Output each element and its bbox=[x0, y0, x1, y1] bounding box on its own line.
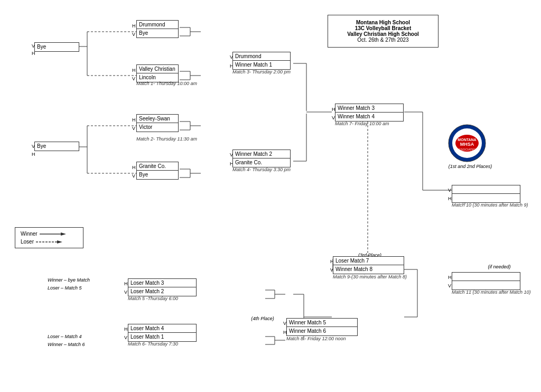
bye1-team: Bye bbox=[137, 29, 178, 38]
match1-bot-box: Valley Christian Lincoln bbox=[136, 64, 179, 82]
match3-top: Drummond bbox=[233, 52, 290, 61]
seeley-swan-team: Seeley-Swan bbox=[137, 115, 178, 123]
match7-label: Match 7- Friday 10:00 am bbox=[335, 121, 389, 126]
match2-label: Match 2- Thursday 11:30 am bbox=[136, 136, 197, 142]
seed-h14: H bbox=[124, 326, 128, 332]
svg-text:ASSOCIATION: ASSOCIATION bbox=[456, 148, 478, 151]
match11-label: Match 11 (30 minutes after Match 10) bbox=[452, 290, 531, 295]
seed-h3: H bbox=[32, 152, 35, 157]
match11-top bbox=[452, 273, 520, 281]
bracket-container: Montana High School 13C Volleyball Brack… bbox=[0, 0, 541, 392]
title-box: Montana High School 13C Volleyball Brack… bbox=[328, 15, 439, 48]
svg-marker-71 bbox=[61, 232, 66, 236]
loser-label: Loser bbox=[21, 239, 34, 245]
loser-match4-note: Loser – Match 4 bbox=[48, 334, 82, 339]
seed-v14: V bbox=[124, 335, 127, 340]
bye-top-team: Bye bbox=[35, 43, 79, 51]
match5-label: Match 5 -Thursday 6:00 bbox=[128, 296, 178, 301]
seed-h13: H bbox=[124, 281, 128, 286]
seed-h5: H bbox=[132, 165, 136, 170]
bye-bot-box: Bye bbox=[34, 142, 79, 151]
bye2-team: Bye bbox=[35, 142, 79, 151]
match5-bot: Loser Match 2 bbox=[128, 287, 196, 296]
seed-v5: V bbox=[132, 173, 135, 179]
svg-text:MONTANA: MONTANA bbox=[458, 138, 476, 142]
match6-bot: Loser Match 1 bbox=[128, 333, 196, 341]
seed-h9: H bbox=[448, 196, 452, 201]
title-line4: Oct. 26th & 27th 2023 bbox=[333, 37, 433, 43]
match1-label: Match 1- Thursday 10:00 am bbox=[136, 81, 197, 86]
winner-match6-note: Winner – Match 6 bbox=[48, 342, 85, 347]
match7-box: Winner Match 3 Winner Match 4 bbox=[335, 104, 404, 122]
match6-box: Loser Match 4 Loser Match 1 bbox=[128, 324, 197, 342]
winner-label: Winner bbox=[21, 231, 38, 237]
match5-box: Loser Match 3 Loser Match 2 bbox=[128, 278, 197, 296]
match3-bot: Winner Match 1 bbox=[233, 61, 290, 69]
match7-top: Winner Match 3 bbox=[335, 104, 403, 113]
title-line1: Montana High School bbox=[333, 20, 433, 25]
seed-v9: V bbox=[448, 188, 451, 193]
title-line2: 13C Volleyball Bracket bbox=[333, 25, 433, 31]
victor-team: Victor bbox=[137, 123, 178, 132]
seed-v13: V bbox=[124, 290, 127, 295]
match8-top: Winner Match 5 bbox=[287, 319, 357, 327]
match11-bot bbox=[452, 281, 520, 290]
match4-bot: Granite Co. bbox=[233, 158, 290, 167]
legend-box: Winner Loser bbox=[15, 227, 83, 248]
match10-box bbox=[452, 185, 520, 203]
bye3-team: Bye bbox=[137, 171, 178, 179]
loser-match5-note: Loser – Match 5 bbox=[48, 285, 82, 291]
mhsa-logo: MONTANA MHSA ASSOCIATION bbox=[448, 124, 486, 162]
match4-top: Winner Match 2 bbox=[233, 150, 290, 158]
bye-top-box: Bye bbox=[34, 42, 79, 52]
seed-h10: H bbox=[448, 275, 452, 280]
match10-top bbox=[452, 185, 520, 194]
match11-box bbox=[452, 272, 520, 290]
match3-label: Match 3- Thursday 2:00 pm bbox=[232, 69, 291, 74]
match8-box: Winner Match 5 Winner Match 6 bbox=[286, 318, 358, 336]
drummond-team: Drummond bbox=[137, 21, 178, 29]
valley-christian-team: Valley Christian bbox=[137, 65, 178, 73]
seed-h2: H bbox=[132, 68, 136, 73]
match1-top-box: Drummond Bye bbox=[136, 20, 179, 38]
seed-v2: V bbox=[132, 76, 135, 81]
match9-label: Match 9-(30 minutes after Match 8) bbox=[333, 274, 407, 279]
if-needed-label: (if needed) bbox=[475, 264, 523, 269]
seed-h4: H bbox=[132, 117, 136, 123]
match2-bot-box: Granite Co. Bye bbox=[136, 162, 179, 180]
svg-marker-73 bbox=[57, 240, 62, 244]
granite-co-team: Granite Co. bbox=[137, 162, 178, 171]
match4-box: Winner Match 2 Granite Co. bbox=[232, 150, 291, 167]
match8-bot: Winner Match 6 bbox=[287, 327, 357, 335]
match9-top: Loser Match 7 bbox=[333, 257, 404, 265]
match10-bot bbox=[452, 194, 520, 202]
match5-top: Loser Match 3 bbox=[128, 279, 196, 287]
seed-v4: V bbox=[132, 126, 135, 131]
place-4th: (4th Place) bbox=[244, 316, 281, 321]
match8-label: Match 8 - Friday 12:00 noon bbox=[286, 336, 346, 341]
match2-top-box: Seeley-Swan Victor bbox=[136, 114, 179, 132]
seed-v10: V bbox=[448, 283, 451, 288]
match9-box: Loser Match 7 Winner Match 8 bbox=[333, 256, 404, 274]
title-line3: Valley Christian High School bbox=[333, 31, 433, 37]
seed-v1: V bbox=[132, 32, 135, 37]
match4-label: Match 4- Thursday 3:30 pm bbox=[232, 167, 291, 172]
svg-text:MHSA: MHSA bbox=[460, 142, 474, 147]
match6-top: Loser Match 4 bbox=[128, 324, 196, 333]
seed-h1: H bbox=[132, 23, 136, 29]
match6-label: Match 6- Thursday 7:30 bbox=[128, 341, 178, 347]
match10-label: Match 10 (30 minutes after Match 9) bbox=[452, 202, 528, 208]
winner-bye-note: Winner – bye Match bbox=[48, 277, 90, 283]
match3-box: Drummond Winner Match 1 bbox=[232, 52, 291, 70]
place-1st-2nd: (1st and 2nd Places) bbox=[444, 164, 497, 169]
match9-bot: Winner Match 8 bbox=[333, 265, 404, 274]
match7-bot: Winner Match 4 bbox=[335, 113, 403, 121]
